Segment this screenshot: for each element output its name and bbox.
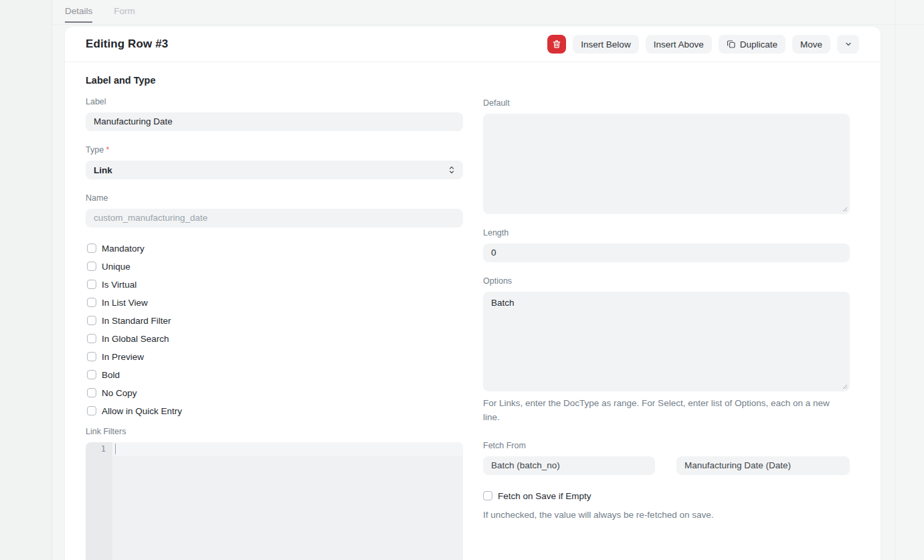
- property-checkbox[interactable]: [87, 262, 96, 271]
- fetch-on-save-row[interactable]: Fetch on Save if Empty: [483, 489, 850, 502]
- name-field-label: Name: [86, 193, 463, 203]
- move-button[interactable]: Move: [792, 35, 830, 54]
- options-field-group: Options Batch For Links, enter the DocTy…: [483, 276, 850, 424]
- default-textarea[interactable]: [483, 114, 850, 214]
- property-checkbox-row[interactable]: In Global Search: [87, 332, 463, 345]
- fetch-from-target-input[interactable]: [676, 456, 850, 475]
- trash-icon: [552, 39, 561, 49]
- fetch-from-label: Fetch From: [483, 441, 850, 450]
- header-actions: Insert Below Insert Above Duplicate Move: [547, 35, 859, 54]
- more-options-button[interactable]: [837, 35, 859, 54]
- property-checkbox-row[interactable]: In Standard Filter: [87, 314, 463, 327]
- type-field-label: Type *: [86, 145, 463, 155]
- chevron-down-icon: [844, 40, 852, 48]
- left-sidebar-strip: [0, 0, 52, 560]
- select-chevrons-icon: [448, 165, 455, 175]
- page-title: Editing Row #3: [86, 37, 168, 51]
- options-field-label: Options: [483, 276, 850, 286]
- insert-above-button[interactable]: Insert Above: [646, 35, 712, 54]
- length-field-label: Length: [483, 228, 850, 238]
- options-help-text: For Links, enter the DocType as range. F…: [483, 396, 838, 424]
- right-edge-divider: [895, 0, 895, 560]
- tab-form[interactable]: Form: [114, 1, 135, 23]
- tab-details[interactable]: Details: [65, 1, 92, 23]
- column-left: Label and Type Label Type * Link Name: [86, 75, 463, 560]
- property-checkbox-label: Is Virtual: [102, 280, 136, 290]
- label-field-label: Label: [86, 97, 463, 106]
- label-field-group: Label: [86, 97, 463, 131]
- property-checkbox[interactable]: [87, 388, 96, 397]
- editor-tabs: Details Form: [65, 0, 135, 23]
- required-asterisk: *: [106, 145, 110, 155]
- property-checkbox[interactable]: [87, 370, 96, 379]
- link-filters-code-editor[interactable]: 1: [86, 442, 463, 560]
- property-checkbox[interactable]: [87, 352, 96, 361]
- fetch-on-save-label: Fetch on Save if Empty: [498, 491, 591, 501]
- line-number: 1: [101, 444, 106, 454]
- property-checkbox-row[interactable]: No Copy: [87, 386, 463, 399]
- options-textarea[interactable]: Batch: [483, 292, 850, 391]
- fetch-from-group: Fetch From: [483, 441, 850, 475]
- property-checkbox-label: Unique: [102, 262, 130, 272]
- property-checkbox-row[interactable]: Is Virtual: [87, 278, 463, 291]
- insert-below-label: Insert Below: [581, 39, 630, 50]
- property-checkbox-label: In Preview: [102, 352, 144, 362]
- default-field-group: Default: [483, 98, 850, 214]
- code-editor-gutter: 1: [86, 442, 112, 560]
- duplicate-label: Duplicate: [740, 39, 777, 50]
- property-checkbox-label: Bold: [102, 370, 120, 380]
- fetch-from-source-input[interactable]: [483, 456, 655, 475]
- label-input[interactable]: [86, 112, 463, 131]
- insert-above-label: Insert Above: [654, 39, 704, 50]
- property-checkbox-row[interactable]: In Preview: [87, 350, 463, 363]
- property-checkbox-row[interactable]: Mandatory: [87, 242, 463, 255]
- property-checkbox-row[interactable]: Allow in Quick Entry: [87, 404, 463, 417]
- default-field-label: Default: [483, 98, 850, 108]
- editor-columns: Label and Type Label Type * Link Name: [65, 62, 881, 560]
- property-checkbox[interactable]: [87, 244, 96, 253]
- property-checkbox[interactable]: [87, 298, 96, 307]
- type-select-value: Link: [94, 165, 112, 175]
- delete-row-button[interactable]: [547, 35, 566, 54]
- property-checkbox-label: In Standard Filter: [102, 316, 171, 326]
- type-select[interactable]: Link: [86, 161, 463, 179]
- field-property-checkboxes: Mandatory Unique Is Virtual In L: [87, 242, 463, 417]
- move-label: Move: [800, 39, 822, 50]
- duplicate-button[interactable]: Duplicate: [719, 35, 786, 54]
- property-checkbox-label: No Copy: [102, 388, 137, 398]
- insert-below-button[interactable]: Insert Below: [573, 35, 638, 54]
- column-right: Default Length Options Batch: [483, 98, 850, 560]
- fetch-on-save-checkbox[interactable]: [483, 491, 492, 500]
- fetch-from-row: [483, 456, 850, 475]
- property-checkbox-row[interactable]: In List View: [87, 296, 463, 309]
- property-checkbox[interactable]: [87, 316, 96, 325]
- duplicate-icon: [727, 39, 736, 49]
- property-checkbox[interactable]: [87, 334, 96, 343]
- fetch-on-save-help-text: If unchecked, the value will always be r…: [483, 510, 850, 520]
- field-editor-card: Editing Row #3 Insert Below Insert Above: [65, 27, 881, 560]
- type-label-text: Type: [86, 145, 104, 155]
- link-filters-group: Link Filters 1: [86, 427, 463, 560]
- length-field-group: Length: [483, 228, 850, 262]
- text-cursor: [115, 444, 116, 454]
- card-header: Editing Row #3 Insert Below Insert Above: [65, 27, 881, 62]
- property-checkbox-label: Mandatory: [102, 244, 145, 254]
- name-input[interactable]: [86, 209, 463, 227]
- name-field-group: Name: [86, 193, 463, 227]
- type-field-group: Type * Link: [86, 145, 463, 179]
- active-line-highlight: [112, 442, 463, 456]
- property-checkbox-label: Allow in Quick Entry: [102, 406, 182, 416]
- property-checkbox-label: In Global Search: [102, 334, 169, 344]
- topbar-divider: [52, 24, 924, 25]
- length-input[interactable]: [483, 244, 850, 262]
- property-checkbox-row[interactable]: Bold: [87, 368, 463, 381]
- property-checkbox[interactable]: [87, 406, 96, 415]
- property-checkbox-row[interactable]: Unique: [87, 260, 463, 273]
- code-editor-body[interactable]: [112, 442, 463, 560]
- property-checkbox[interactable]: [87, 280, 96, 289]
- property-checkbox-label: In List View: [102, 298, 148, 308]
- section-title-label-and-type: Label and Type: [86, 75, 463, 86]
- link-filters-label: Link Filters: [86, 427, 463, 436]
